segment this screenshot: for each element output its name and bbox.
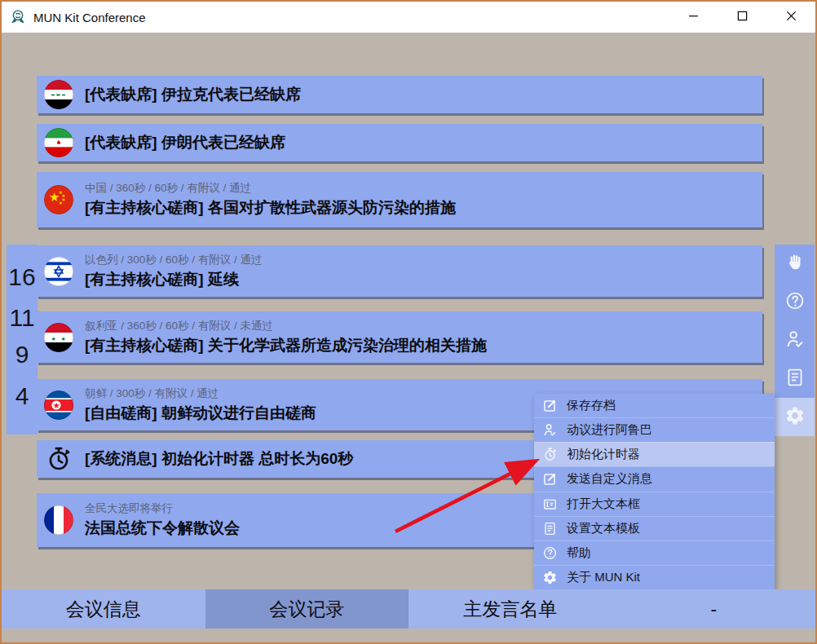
tab-2[interactable]: 主发言名单 [408,589,612,629]
svg-text:★: ★ [53,399,60,409]
bottom-tab-bar: 会议信息会议记录主发言名单- [2,589,815,629]
settings-button[interactable] [775,398,815,436]
message-text: 法国总统下令解散议会 [85,518,240,539]
menu-item-label: 动议进行阿鲁巴 [567,422,652,438]
menu-item-label: 发送自定义消息 [567,471,652,487]
menu-item-6[interactable]: 帮助 [534,540,775,565]
stopwatch-icon [542,447,558,462]
message-item[interactable]: 以色列 / 300秒 / 60秒 / 有附议 / 通过 [有主持核心磋商] 延续 [37,245,762,297]
message-item[interactable]: [代表缺席] 伊拉克代表已经缺席 [37,76,762,113]
textbox-icon [542,496,558,512]
message-text: [有主持核心磋商] 延续 [85,269,263,290]
message-text: [代表缺席] 伊拉克代表已经缺席 [85,84,301,105]
maximize-icon [737,11,748,24]
flag-syria-icon: ★★ [44,323,73,352]
right-toolbar [775,245,815,436]
flag-iraq-icon [44,80,73,109]
speaker-count: 16 [7,265,38,289]
raise-hand-button[interactable] [775,245,815,283]
svg-text:★: ★ [59,201,63,205]
hand-icon [784,252,806,276]
minimize-icon [688,11,699,24]
flag-iran-icon [44,128,73,157]
person-check-icon [784,329,806,352]
document-button[interactable] [775,359,815,398]
menu-item-label: 初始化计时器 [567,447,640,462]
document-icon [542,521,558,536]
flag-north-korea-icon: ★ [44,390,73,420]
speaker-count: 9 [7,342,38,367]
menu-item-2[interactable]: 初始化计时器 [534,442,775,466]
message-subtitle: 朝鲜 / 300秒 / 有附议 / 通过 [85,386,316,401]
close-button[interactable] [772,2,810,33]
edit-icon [542,398,558,413]
speaker-count: 4 [7,384,38,408]
tab-3[interactable]: - [612,589,816,629]
menu-item-label: 关于 MUN Kit [567,570,640,585]
message-item[interactable]: [代表缺席] 伊朗代表已经缺席 [37,124,762,161]
menu-item-7[interactable]: 关于 MUN Kit [534,565,775,589]
flag-france-icon [44,505,73,535]
menu-item-1[interactable]: 动议进行阿鲁巴 [534,417,775,442]
settings-context-menu: 保存存档 动议进行阿鲁巴 初始化计时器 发送自定义消息 打开大文本框 设置文本模… [534,394,775,589]
svg-text:★: ★ [61,335,66,341]
menu-item-label: 帮助 [567,545,591,561]
close-icon [786,11,797,24]
flag-china-icon: ★★★★★ [44,185,73,214]
gear-icon [542,570,558,585]
message-subtitle: 以色列 / 300秒 / 60秒 / 有附议 / 通过 [85,253,263,267]
menu-item-0[interactable]: 保存存档 [534,394,775,417]
message-text: [有主持核心磋商] 各国对扩散性武器源头防污染的措施 [85,197,456,218]
flag-israel-icon [44,257,73,286]
message-subtitle: 叙利亚 / 360秒 / 60秒 / 有附议 / 未通过 [85,319,487,333]
window-controls [669,2,815,33]
window-title: MUN Kit Conference [33,11,146,24]
svg-text:★: ★ [51,335,56,341]
message-text: [系统消息] 初始化计时器 总时长为60秒 [85,448,353,470]
question-icon [542,545,558,561]
edit-icon [542,471,558,487]
speaker-number-panel: 161194 [7,245,38,434]
message-item[interactable]: ★★ 叙利亚 / 360秒 / 60秒 / 有附议 / 未通过 [有主持核心磋商… [37,311,762,363]
speaker-count: 11 [7,306,38,330]
maximize-button[interactable] [723,2,761,33]
gear-icon [784,405,806,429]
message-subtitle: 中国 / 360秒 / 60秒 / 有附议 / 通过 [85,181,456,196]
menu-item-label: 打开大文本框 [567,496,640,512]
minimize-button[interactable] [674,2,712,33]
tab-0[interactable]: 会议信息 [2,589,205,629]
person-check-icon [542,422,558,438]
menu-item-label: 保存存档 [567,398,616,413]
app-window: MUN Kit Conference [代表缺席] 伊拉克代表已经缺席 [代表缺… [0,0,817,644]
motion-button[interactable] [775,321,815,359]
document-icon [784,367,806,390]
message-item[interactable]: ★★★★★ 中国 / 360秒 / 60秒 / 有附议 / 通过 [有主持核心磋… [37,172,762,227]
menu-item-4[interactable]: 打开大文本框 [534,492,775,516]
menu-item-label: 设置文本模板 [567,521,640,536]
content-area: [代表缺席] 伊拉克代表已经缺席 [代表缺席] 伊朗代表已经缺席 ★★★★★ 中… [2,33,815,642]
menu-item-5[interactable]: 设置文本模板 [534,516,775,540]
question-icon [784,290,806,314]
message-text: [有主持核心磋商] 关于化学武器所造成污染治理的相关措施 [85,335,487,356]
menu-item-3[interactable]: 发送自定义消息 [534,466,775,491]
message-text: [代表缺席] 伊朗代表已经缺席 [85,132,285,153]
tab-1[interactable]: 会议记录 [205,589,409,629]
help-button[interactable] [775,283,815,321]
message-subtitle: 全民大选即将举行 [85,501,240,516]
title-bar: MUN Kit Conference [2,2,815,33]
stopwatch-icon [44,444,73,474]
app-logo-icon [9,8,27,26]
message-text: [自由磋商] 朝鲜动议进行自由磋商 [85,403,316,424]
